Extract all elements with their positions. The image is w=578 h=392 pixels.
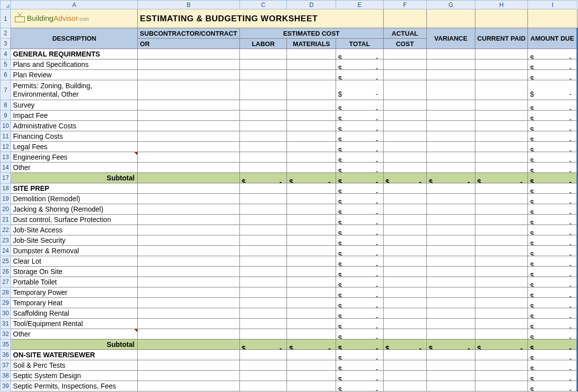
row-header[interactable]: 36 (0, 350, 11, 360)
currency-cell[interactable]: $- (528, 360, 578, 371)
description-cell[interactable]: Job-Site Security (11, 235, 138, 246)
cell[interactable] (138, 235, 239, 246)
row-header[interactable]: 10 (0, 121, 11, 131)
cell[interactable] (239, 319, 287, 329)
currency-cell[interactable]: $- (528, 350, 578, 360)
header-subcontractor-2[interactable]: OR (138, 39, 239, 49)
currency-cell[interactable]: $- (336, 256, 384, 267)
cell[interactable] (138, 277, 239, 287)
currency-cell[interactable]: $- (336, 49, 384, 59)
description-cell[interactable]: Portable Toilet (11, 277, 138, 287)
currency-cell[interactable]: $- (336, 360, 384, 371)
header-estimated-cost[interactable]: ESTIMATED COST (239, 28, 383, 39)
currency-cell[interactable]: $- (336, 287, 384, 298)
cell[interactable] (239, 70, 287, 80)
cell[interactable] (287, 183, 336, 194)
cell[interactable] (427, 246, 475, 256)
cell[interactable] (287, 152, 336, 163)
description-cell[interactable]: SITE PREP (11, 183, 138, 194)
cell[interactable] (475, 194, 527, 204)
column-header-C[interactable]: C (239, 0, 287, 9)
row-header[interactable]: 5 (0, 59, 11, 70)
cell[interactable] (383, 287, 426, 298)
row-header[interactable]: 11 (0, 131, 11, 142)
cell[interactable] (475, 225, 527, 235)
row-header[interactable]: 38 (0, 371, 11, 381)
row-header[interactable]: 12 (0, 142, 11, 152)
cell[interactable] (138, 173, 239, 183)
cell[interactable] (138, 142, 239, 152)
cell[interactable] (475, 100, 527, 111)
row-header[interactable]: 9 (0, 111, 11, 121)
cell[interactable] (427, 183, 475, 194)
cell[interactable] (239, 267, 287, 277)
cell[interactable] (287, 360, 336, 371)
description-cell[interactable]: Tool/Equipment Rental (11, 319, 138, 329)
cell[interactable] (475, 371, 527, 381)
row-header[interactable]: 31 (0, 319, 11, 329)
cell[interactable] (475, 287, 527, 298)
currency-cell[interactable]: $- (336, 204, 384, 215)
cell[interactable] (239, 163, 287, 173)
cell[interactable] (383, 267, 426, 277)
cell[interactable] (383, 308, 426, 319)
cell[interactable] (427, 49, 475, 59)
cell[interactable] (287, 80, 336, 100)
cell[interactable] (138, 267, 239, 277)
cell[interactable] (138, 339, 239, 350)
cell[interactable] (383, 381, 426, 392)
row-header[interactable]: 13 (0, 152, 11, 163)
currency-cell[interactable]: $- (528, 152, 578, 163)
cell[interactable] (427, 235, 475, 246)
cell[interactable] (239, 329, 287, 339)
cell[interactable] (287, 381, 336, 392)
cell[interactable] (239, 256, 287, 267)
cell[interactable] (475, 111, 527, 121)
currency-cell[interactable]: $- (336, 121, 384, 131)
cell[interactable] (427, 298, 475, 308)
cell[interactable] (239, 225, 287, 235)
cell[interactable] (138, 381, 239, 392)
cell[interactable] (427, 225, 475, 235)
currency-cell[interactable]: $- (528, 173, 578, 183)
cell[interactable] (287, 204, 336, 215)
cell[interactable] (287, 267, 336, 277)
currency-cell[interactable]: $- (528, 131, 578, 142)
description-cell[interactable]: Temporary Power (11, 287, 138, 298)
column-header-I[interactable]: I (528, 0, 578, 9)
cell[interactable] (239, 59, 287, 70)
description-cell[interactable]: Engineering Fees (11, 152, 138, 163)
description-cell[interactable]: GENERAL REQUIRMENTS (11, 49, 138, 59)
currency-cell[interactable]: $- (528, 49, 578, 59)
cell[interactable] (383, 142, 426, 152)
cell[interactable] (383, 371, 426, 381)
cell[interactable] (138, 100, 239, 111)
cell[interactable] (475, 329, 527, 339)
cell[interactable] (383, 194, 426, 204)
currency-cell[interactable]: $- (336, 339, 384, 350)
description-cell[interactable]: ON-SITE WATER/SEWER (11, 350, 138, 360)
currency-cell[interactable]: $- (336, 350, 384, 360)
cell[interactable] (475, 215, 527, 225)
column-header-D[interactable]: D (287, 0, 336, 9)
spreadsheet[interactable]: ABCDEFGHI1 BuildingAdvisor.com ESTIMATIN… (0, 0, 578, 392)
cell[interactable] (138, 329, 239, 339)
cell[interactable] (475, 80, 527, 100)
cell[interactable] (287, 287, 336, 298)
cell[interactable] (287, 308, 336, 319)
cell[interactable] (427, 319, 475, 329)
cell[interactable] (239, 204, 287, 215)
description-cell[interactable]: Plans and Specifications (11, 59, 138, 70)
currency-cell[interactable]: $- (336, 131, 384, 142)
cell[interactable] (239, 152, 287, 163)
row-header[interactable]: 27 (0, 277, 11, 287)
currency-cell[interactable]: $- (336, 267, 384, 277)
cell[interactable] (138, 121, 239, 131)
currency-cell[interactable]: $- (528, 267, 578, 277)
column-header-F[interactable]: F (383, 0, 426, 9)
currency-cell[interactable]: $- (336, 246, 384, 256)
row-header[interactable]: 4 (0, 49, 11, 59)
row-header[interactable]: 14 (0, 163, 11, 173)
currency-cell[interactable]: $- (528, 183, 578, 194)
currency-cell[interactable]: $- (336, 173, 384, 183)
